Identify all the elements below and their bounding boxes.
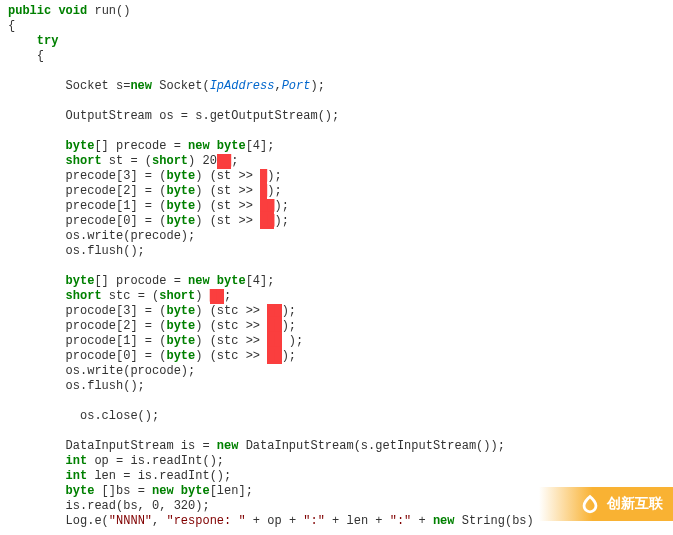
kw-new: new bbox=[433, 514, 455, 528]
kw-int: int bbox=[66, 469, 88, 483]
text: procode[3] = ( bbox=[8, 304, 166, 318]
text bbox=[210, 139, 217, 153]
text: ) (st >> bbox=[195, 184, 260, 198]
text: precode[0] = ( bbox=[8, 214, 166, 228]
text: st = ( bbox=[102, 154, 152, 168]
text: ); bbox=[282, 349, 296, 363]
kw-byte: byte bbox=[217, 274, 246, 288]
string: "NNNN" bbox=[109, 514, 152, 528]
text: Socket( bbox=[152, 79, 210, 93]
redacted: ██ bbox=[267, 304, 281, 319]
text: ; bbox=[224, 289, 231, 303]
text: DataInputStream is = bbox=[8, 439, 217, 453]
kw-try: try bbox=[37, 34, 59, 48]
text: ); bbox=[310, 79, 324, 93]
text bbox=[8, 289, 66, 303]
kw-new: new bbox=[130, 79, 152, 93]
kw-byte: byte bbox=[166, 334, 195, 348]
text: ); bbox=[267, 184, 281, 198]
text: precode[1] = ( bbox=[8, 199, 166, 213]
text: os.write(procode); bbox=[8, 364, 195, 378]
kw-byte: byte bbox=[166, 184, 195, 198]
watermark: 创新互联 bbox=[539, 487, 673, 521]
kw-new: new bbox=[188, 139, 210, 153]
redacted: ██ bbox=[217, 154, 231, 169]
text: [len]; bbox=[210, 484, 253, 498]
string: "respone: " bbox=[166, 514, 245, 528]
redacted: ██ bbox=[210, 289, 224, 304]
text: ) (stc >> bbox=[195, 319, 267, 333]
text: is.read(bs, 0, 320); bbox=[8, 499, 210, 513]
text: ) (stc >> bbox=[195, 304, 267, 318]
text bbox=[8, 454, 66, 468]
text: ); bbox=[282, 334, 304, 348]
kw-void: void bbox=[58, 4, 87, 18]
redacted: ██ bbox=[267, 349, 281, 364]
kw-new: new bbox=[188, 274, 210, 288]
kw-new: new bbox=[152, 484, 174, 498]
kw-byte: byte bbox=[66, 139, 95, 153]
text bbox=[210, 274, 217, 288]
text: [4]; bbox=[246, 139, 275, 153]
text: op = is.readInt(); bbox=[87, 454, 224, 468]
text: run() bbox=[87, 4, 130, 18]
text: + len + bbox=[325, 514, 390, 528]
kw-short: short bbox=[152, 154, 188, 168]
text: ); bbox=[282, 304, 296, 318]
text bbox=[8, 274, 66, 288]
text: precode[2] = ( bbox=[8, 184, 166, 198]
text: os.close(); bbox=[8, 409, 159, 423]
kw-byte: byte bbox=[166, 319, 195, 333]
text: [] procode = bbox=[94, 274, 188, 288]
kw-new: new bbox=[217, 439, 239, 453]
kw-short: short bbox=[66, 289, 102, 303]
kw-byte: byte bbox=[166, 214, 195, 228]
text: DataInputStream(s.getInputStream()); bbox=[238, 439, 504, 453]
text: [4]; bbox=[246, 274, 275, 288]
kw-byte: byte bbox=[166, 304, 195, 318]
text: precode[3] = ( bbox=[8, 169, 166, 183]
kw-short: short bbox=[159, 289, 195, 303]
text: Socket s= bbox=[8, 79, 130, 93]
redacted: ██ bbox=[260, 199, 274, 214]
text bbox=[8, 154, 66, 168]
kw-short: short bbox=[66, 154, 102, 168]
redacted: ██ bbox=[267, 319, 281, 334]
text: stc = ( bbox=[102, 289, 160, 303]
text: ) (st >> bbox=[195, 214, 260, 228]
ident-ip: IpAddress bbox=[210, 79, 275, 93]
text: + bbox=[411, 514, 433, 528]
text bbox=[8, 484, 66, 498]
kw-byte: byte bbox=[181, 484, 210, 498]
kw-int: int bbox=[66, 454, 88, 468]
kw-byte: byte bbox=[66, 274, 95, 288]
text bbox=[8, 139, 66, 153]
text: ; bbox=[231, 154, 238, 168]
text: procode[0] = ( bbox=[8, 349, 166, 363]
text: os.flush(); bbox=[8, 244, 145, 258]
text: String(bs) bbox=[455, 514, 534, 528]
text: { bbox=[8, 49, 44, 63]
text: len = is.readInt(); bbox=[87, 469, 231, 483]
text: [] precode = bbox=[94, 139, 188, 153]
kw-byte: byte bbox=[166, 349, 195, 363]
text: + op + bbox=[246, 514, 304, 528]
kw-byte: byte bbox=[217, 139, 246, 153]
text: , bbox=[152, 514, 166, 528]
code-block: public void run() { try { Socket s=new S… bbox=[0, 0, 673, 529]
text bbox=[8, 34, 37, 48]
watermark-text: 创新互联 bbox=[607, 495, 663, 513]
text: []bs = bbox=[94, 484, 152, 498]
text: { bbox=[8, 19, 15, 33]
text: ); bbox=[274, 199, 288, 213]
text: ); bbox=[267, 169, 281, 183]
text: ); bbox=[274, 214, 288, 228]
text: ); bbox=[282, 319, 296, 333]
redacted: ██ bbox=[260, 214, 274, 229]
text: ) (stc >> bbox=[195, 349, 267, 363]
text: os.flush(); bbox=[8, 379, 145, 393]
text: , bbox=[274, 79, 281, 93]
text: procode[1] = ( bbox=[8, 334, 166, 348]
text bbox=[8, 469, 66, 483]
kw-byte: byte bbox=[166, 169, 195, 183]
